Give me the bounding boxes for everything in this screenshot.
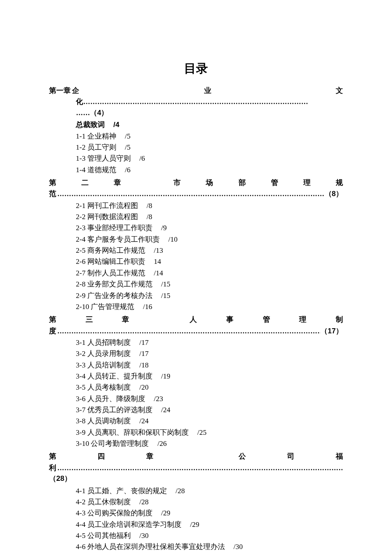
chapter-3-dots: …………………………………………………………………………………………………………… bbox=[56, 326, 320, 337]
toc-entry: 3-10 公司考勤管理制度/26 bbox=[76, 438, 343, 449]
toc-entry-page: /23 bbox=[145, 395, 163, 403]
chapter-4-dots: …………………………………………………………………………………………………………… bbox=[56, 462, 343, 474]
toc-entry-page: /30 bbox=[225, 543, 243, 551]
toc-entry-label: 3-3 人员培训制度 bbox=[76, 361, 131, 369]
chapter-1-title: 企业文 bbox=[72, 85, 343, 96]
toc-entry-page: /29 bbox=[153, 509, 170, 517]
chapter-4: 第四章 公司福 利 ………………………………………………………………………………… bbox=[49, 451, 343, 552]
toc-entry-label: 3-1 人员招聘制度 bbox=[76, 338, 131, 347]
toc-entry: 2-4 客户服务专员工作职责/10 bbox=[76, 234, 343, 245]
toc-entry: 3-8 人员调动制度/24 bbox=[76, 416, 343, 427]
toc-entry: 1-4 道德规范/6 bbox=[76, 165, 343, 176]
toc-entry-page: /25 bbox=[189, 428, 207, 436]
chapter-4-tail: 利 bbox=[49, 462, 56, 474]
chapter-1-page: （4） bbox=[90, 109, 108, 117]
toc-entry-label: 2-2 网刊数据流程图 bbox=[76, 213, 138, 221]
toc-entry-label: 2-6 网站编辑工作职责 bbox=[76, 257, 145, 266]
toc-entry: 3-2 人员录用制度/17 bbox=[76, 348, 343, 359]
toc-entry: 3-5 人员考核制度/20 bbox=[76, 382, 343, 393]
toc-entry-label: 4-3 公司购买保险的制度 bbox=[76, 509, 153, 517]
chapter-3-items: 3-1 人员招聘制度/173-2 人员录用制度/173-3 人员培训制度/183… bbox=[49, 337, 343, 449]
toc-entry: 3-6 人员升、降级制度/23 bbox=[76, 393, 343, 405]
toc-entry: 4-3 公司购买保险的制度/29 bbox=[76, 508, 343, 519]
toc-entry-label: 3-9 人员离职、辞职和保职下岗制度 bbox=[76, 428, 189, 436]
toc-entry: 1-3 管理人员守则/6 bbox=[76, 153, 343, 164]
toc-entry-page: /6 bbox=[131, 154, 145, 162]
toc-entry-label: 3-8 人员调动制度 bbox=[76, 417, 131, 425]
toc-entry-label: 3-5 人员考核制度 bbox=[76, 383, 131, 391]
chapter-2: 第二章 市场部管理规 范 ………………………………………………………………………… bbox=[49, 177, 343, 312]
toc-entry-label: 3-10 公司考勤管理制度 bbox=[76, 439, 149, 448]
toc-entry-label: 3-7 优秀员工的评选制度 bbox=[76, 406, 153, 414]
toc-entry-label: 4-6 外地人员在深圳办理社保相关事宜处理办法 bbox=[76, 543, 225, 551]
chapter-2-tail: 范 bbox=[49, 188, 56, 199]
toc-entry-page: /24 bbox=[153, 406, 170, 414]
chapter-1-dots: …………………………………………………………………………………… bbox=[83, 98, 308, 106]
toc-entry-label: 总裁致词 bbox=[76, 121, 105, 129]
toc-entry-page: /13 bbox=[145, 246, 163, 254]
toc-entry-page: /6 bbox=[116, 166, 130, 174]
chapter-1-items: 总裁致词/41-1 企业精神/51-2 员工守则/51-3 管理人员守则/61-… bbox=[49, 119, 343, 176]
toc-entry-page: /28 bbox=[167, 487, 185, 495]
toc-entry: 4-4 员工业余培训和深造学习制度/29 bbox=[76, 519, 343, 530]
toc-entry-label: 2-1 网刊工作流程图 bbox=[76, 202, 138, 210]
toc-entry-label: 2-10 广告管理规范 bbox=[76, 303, 134, 311]
toc-entry: 3-7 优秀员工的评选制度/24 bbox=[76, 405, 343, 416]
toc-entry: 4-6 外地人员在深圳办理社保相关事宜处理办法/30 bbox=[76, 541, 343, 552]
toc-entry-page: /26 bbox=[149, 439, 167, 448]
toc-entry-label: 2-9 广告业务的考核办法 bbox=[76, 292, 153, 300]
toc-entry-page: /14 bbox=[145, 269, 163, 277]
toc-entry-page: /18 bbox=[131, 361, 149, 369]
chapter-2-dots: …………………………………………………………………………………………………………… bbox=[56, 188, 325, 199]
doc-title: 目录 bbox=[49, 60, 343, 78]
toc-entry: 4-1 员工婚、产、丧假的规定/28 bbox=[76, 486, 343, 497]
toc-entry-label: 2-5 商务网站工作规范 bbox=[76, 246, 145, 254]
chapter-1-lead: 第一章 bbox=[49, 85, 72, 96]
toc-entry-label: 4-2 员工休假制度 bbox=[76, 498, 131, 506]
toc-entry-page: /10 bbox=[160, 235, 178, 243]
toc-entry-label: 3-2 人员录用制度 bbox=[76, 350, 131, 358]
chapter-2-page: （8） bbox=[325, 188, 343, 199]
chapter-3-tail: 度 bbox=[49, 326, 56, 337]
toc-entry: 2-9 广告业务的考核办法/15 bbox=[76, 290, 343, 301]
toc-entry-page: /17 bbox=[131, 338, 149, 347]
toc-entry-label: 1-2 员工守则 bbox=[76, 143, 116, 151]
toc-entry: 1-2 员工守则/5 bbox=[76, 142, 343, 153]
toc-entry-page: /4 bbox=[105, 121, 119, 129]
toc-entry: 1-1 企业精神/5 bbox=[76, 131, 343, 142]
toc-entry-label: 4-1 员工婚、产、丧假的规定 bbox=[76, 487, 167, 495]
chapter-4-page: （28） bbox=[49, 473, 343, 484]
toc-entry-page: /16 bbox=[134, 303, 152, 311]
chapter-1-dots2: …… bbox=[76, 109, 90, 117]
chapter-4-items: 4-1 员工婚、产、丧假的规定/284-2 员工休假制度/284-3 公司购买保… bbox=[49, 486, 343, 553]
toc-entry: 2-2 网刊数据流程图/8 bbox=[76, 211, 343, 223]
chapter-2-heading-line1: 第二章 市场部管理规 bbox=[49, 177, 343, 188]
toc-entry-label: 2-8 业务部文员工作规范 bbox=[76, 280, 153, 288]
toc-entry: 3-1 人员招聘制度/17 bbox=[76, 337, 343, 348]
toc-entry-page: 14 bbox=[145, 257, 161, 266]
chapter-2-heading-line2: 范 ……………………………………………………………………………………………………… bbox=[49, 188, 343, 199]
toc-entry-label: 3-4 人员转正、提升制度 bbox=[76, 372, 153, 380]
toc-entry: 总裁致词/4 bbox=[76, 119, 343, 130]
toc-entry-page: /9 bbox=[153, 224, 167, 232]
toc-entry-page: /15 bbox=[153, 280, 170, 288]
chapter-1: 第一章 企业文 化…………………………………………………………………………………… bbox=[49, 85, 343, 176]
toc-entry: 2-3 事业部经理工作职责/9 bbox=[76, 223, 343, 234]
toc-entry-page: /19 bbox=[153, 372, 170, 380]
toc-entry-page: /30 bbox=[131, 532, 149, 540]
toc-entry: 4-2 员工休假制度/28 bbox=[76, 497, 343, 508]
chapter-2-items: 2-1 网刊工作流程图/82-2 网刊数据流程图/82-3 事业部经理工作职责/… bbox=[49, 200, 343, 312]
toc-entry-page: /20 bbox=[131, 383, 149, 391]
chapter-3-page: （17） bbox=[320, 326, 343, 337]
toc-entry-label: 4-4 员工业余培训和深造学习制度 bbox=[76, 520, 182, 529]
toc-entry-label: 1-1 企业精神 bbox=[76, 132, 116, 140]
toc-entry: 2-5 商务网站工作规范/13 bbox=[76, 245, 343, 256]
chapter-4-heading-line2: 利 ……………………………………………………………………………………………………… bbox=[49, 462, 343, 474]
toc-entry-page: /29 bbox=[182, 520, 199, 529]
toc-entry: 3-4 人员转正、提升制度/19 bbox=[76, 371, 343, 382]
toc-entry-page: /8 bbox=[138, 202, 152, 210]
toc-entry-label: 1-3 管理人员守则 bbox=[76, 154, 131, 162]
toc-entry-page: /5 bbox=[116, 132, 130, 140]
toc-entry: 2-1 网刊工作流程图/8 bbox=[76, 200, 343, 211]
toc-entry-label: 3-6 人员升、降级制度 bbox=[76, 395, 145, 403]
